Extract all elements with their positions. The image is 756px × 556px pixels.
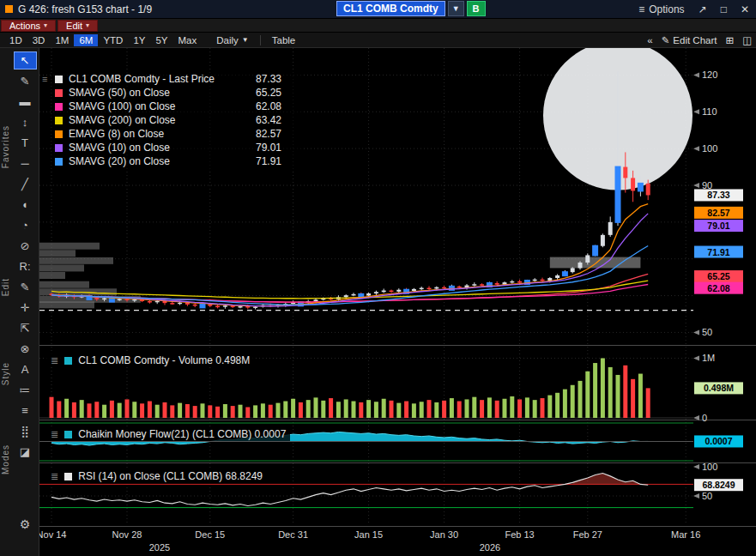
maximize-icon[interactable]: □ — [721, 3, 727, 15]
caret-down-icon: ▾ — [86, 21, 89, 29]
svg-text:Jan 15: Jan 15 — [354, 529, 383, 540]
security-search-input[interactable]: CL1 COMB Comdty — [336, 1, 445, 16]
chart-settings-icon[interactable]: ⊞ — [725, 34, 734, 46]
svg-text:2026: 2026 — [480, 542, 500, 553]
svg-text:79.01: 79.01 — [707, 221, 729, 231]
range-button-1d[interactable]: 1D — [4, 34, 27, 46]
svg-text:90: 90 — [702, 180, 712, 190]
circle-tool[interactable]: ⊘ — [14, 237, 37, 255]
popout-icon[interactable]: ↗ — [699, 3, 707, 15]
rectangle-tool[interactable]: ▬ — [14, 93, 37, 111]
actions-menu[interactable]: Actions▾ — [1, 20, 56, 32]
caret-down-icon: ▼ — [242, 36, 249, 44]
period-dropdown[interactable]: Daily▼ — [211, 34, 253, 46]
edit-chart-button[interactable]: ✎ Edit Chart — [662, 34, 717, 46]
collapse-panel-icon[interactable]: « — [647, 35, 652, 45]
range-button-6m[interactable]: 6M — [74, 34, 98, 46]
edit-menu[interactable]: Edit▾ — [57, 20, 98, 32]
arc-tool[interactable]: ◖ — [14, 196, 37, 214]
panel-drag-handle[interactable]: ≣ — [51, 471, 58, 482]
select-region-tool[interactable]: ⇱ — [14, 319, 37, 337]
legend-item[interactable]: CL1 COMB Comdty - Last Price 87.33 — [55, 72, 299, 86]
svg-text:82.57: 82.57 — [707, 208, 729, 218]
svg-text:Mar 16: Mar 16 — [671, 529, 700, 540]
b-badge[interactable]: B — [467, 1, 486, 16]
caret-down-icon: ▾ — [44, 21, 47, 29]
legend-item[interactable]: SMAVG (100) on Close 62.08 — [55, 100, 299, 113]
window-title: G 426: fresh G153 chart - 1/9 — [18, 3, 152, 15]
sidebar-section-style: Style — [1, 362, 10, 385]
legend-swatch — [55, 117, 63, 124]
options-menu[interactable]: ≡ Options — [638, 3, 684, 15]
volume-legend-swatch — [64, 357, 72, 365]
chart-area[interactable]: 12011010090501M01005087.3382.5779.0171.9… — [39, 48, 756, 556]
range-button-3d[interactable]: 3D — [27, 34, 51, 46]
bloomberg-chart-window: G 426: fresh G153 chart - 1/9 CL1 COMB C… — [0, 0, 756, 556]
svg-text:2025: 2025 — [149, 542, 170, 553]
volume-panel-legend[interactable]: ≣ CL1 COMB Comdty - Volume 0.498M — [46, 354, 254, 367]
sidebar-section-modes: Modes — [1, 444, 10, 474]
sidebar-section-labels: FavoritesEditStyleModes — [0, 48, 11, 556]
panel-drag-handle[interactable]: ≣ — [51, 429, 58, 440]
pointer-tool[interactable]: ↖ — [14, 51, 37, 70]
move-tool[interactable]: ✛ — [14, 299, 37, 317]
svg-text:120: 120 — [702, 70, 717, 80]
svg-text:0.0007: 0.0007 — [705, 436, 732, 446]
legend-swatch — [55, 144, 63, 152]
menubar: Actions▾ Edit▾ — [0, 19, 756, 33]
rsi-panel-legend[interactable]: ≣ RSI (14) on Close (CL1 COMB) 68.8249 — [46, 469, 267, 483]
settings-gear[interactable]: ⚙ — [14, 515, 37, 533]
security-dropdown-arrow[interactable]: ▼ — [448, 1, 464, 16]
table-button[interactable]: Table — [267, 34, 301, 46]
svg-text:0: 0 — [702, 413, 707, 423]
eraser-tool[interactable]: ◪ — [14, 443, 37, 461]
price-range-tool[interactable]: ↕ — [14, 113, 37, 131]
legend-swatch — [55, 76, 63, 83]
text-tool[interactable]: T — [14, 134, 37, 152]
legend-item[interactable]: SMAVG (50) on Close 65.25 — [55, 86, 299, 100]
svg-text:Dec 31: Dec 31 — [278, 529, 308, 540]
legend-swatch — [55, 130, 63, 138]
rsi-legend-swatch — [64, 473, 72, 480]
range-button-max[interactable]: Max — [173, 34, 203, 46]
hamburger-icon: ≡ — [638, 3, 644, 15]
legend-item[interactable]: SMAVG (200) on Close 63.42 — [55, 113, 299, 127]
panel-layout-icon[interactable]: ◫ — [742, 34, 752, 46]
range-button-ytd[interactable]: YTD — [98, 34, 128, 46]
close-icon[interactable]: ✕ — [741, 3, 749, 15]
security-name: CL1 COMB Comdty — [343, 3, 438, 15]
sidebar-section-favorites: Favorites — [1, 125, 10, 168]
grid-style-tool[interactable]: ⣿ — [14, 422, 37, 440]
regression-tool[interactable]: R: — [14, 257, 37, 275]
range-button-5y[interactable]: 5Y — [150, 34, 172, 46]
panel-drag-handle[interactable]: ≣ — [51, 355, 58, 366]
line-style-tool[interactable]: ≡ — [14, 402, 37, 420]
legend-item[interactable]: EMAVG (8) on Close 82.57 — [55, 127, 299, 141]
range-button-1m[interactable]: 1M — [50, 34, 74, 46]
drawing-sidebar: FavoritesEditStyleModes ↖✎▬↕T─╱◖◔⊘R:✎✛⇱⊗… — [0, 48, 39, 556]
svg-text:71.91: 71.91 — [707, 247, 729, 257]
svg-text:Dec 15: Dec 15 — [195, 529, 225, 540]
svg-text:100: 100 — [702, 143, 717, 154]
style-list-tool[interactable]: ≔ — [14, 381, 37, 399]
svg-text:65.25: 65.25 — [707, 271, 729, 281]
legend-item[interactable]: SMAVG (20) on Close 71.91 — [55, 154, 299, 168]
svg-text:87.33: 87.33 — [707, 190, 729, 200]
text-format-tool[interactable]: A — [14, 360, 37, 378]
chart-toolbar: 1D3D1M6MYTD1Y5YMax Daily▼ Table « ✎ Edit… — [0, 33, 756, 48]
trendline-tool[interactable]: ╱ — [14, 175, 37, 193]
svg-text:1M: 1M — [702, 353, 715, 363]
cmf-legend-swatch — [64, 431, 72, 438]
legend-drag-handle[interactable]: ≡ — [42, 74, 47, 84]
svg-text:68.8249: 68.8249 — [703, 480, 735, 490]
pie-tool[interactable]: ◔ — [14, 216, 37, 234]
legend-item[interactable]: SMAVG (10) on Close 79.01 — [55, 141, 299, 154]
svg-text:Nov 14: Nov 14 — [39, 529, 66, 540]
pencil-tool[interactable]: ✎ — [14, 72, 37, 90]
edit-pencil-tool[interactable]: ✎ — [14, 278, 37, 296]
horizontal-line-tool[interactable]: ─ — [14, 154, 37, 172]
range-button-1y[interactable]: 1Y — [128, 34, 150, 46]
titlebar: G 426: fresh G153 chart - 1/9 CL1 COMB C… — [0, 0, 756, 19]
cmf-panel-legend[interactable]: ≣ Chaikin Money Flow(21) (CL1 COMB) 0.00… — [46, 427, 290, 441]
delete-tool[interactable]: ⊗ — [14, 340, 37, 358]
